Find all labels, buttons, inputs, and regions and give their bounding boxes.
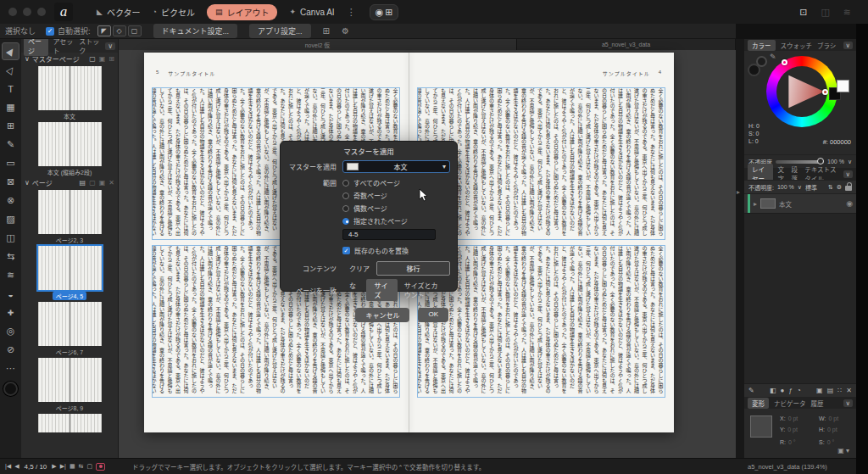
page-indicator[interactable]: 4,5 / 10 <box>25 463 47 471</box>
apps-grid-icon[interactable]: ⊞ <box>385 7 392 18</box>
page-mode-icon[interactable]: ▢ <box>128 25 142 36</box>
tab-stock[interactable]: ストック <box>79 39 100 55</box>
page-range-input[interactable] <box>342 229 436 240</box>
grid-view-icon[interactable]: ▦ <box>70 463 75 470</box>
pen-tool[interactable]: ✎ <box>2 136 19 153</box>
fill-tool[interactable]: ◒ <box>2 285 19 303</box>
color-sampler-secondary-icon[interactable] <box>756 56 767 67</box>
spread-pages-10[interactable] <box>21 414 118 432</box>
zoom-window-icon[interactable] <box>37 8 46 16</box>
tab-brushes[interactable]: ブラシ <box>817 41 836 50</box>
chevron-down-icon[interactable]: ∨ <box>798 184 802 191</box>
fx-icon[interactable]: ƒ <box>788 387 792 394</box>
content-migrate-button[interactable]: 移行 <box>376 261 450 276</box>
tone-marker[interactable] <box>822 89 828 95</box>
color-selector-well[interactable] <box>3 382 18 396</box>
last-spread-icon[interactable]: ▶| <box>60 463 66 470</box>
duplicate-master-icon[interactable]: ⊞ <box>108 55 114 63</box>
rotation-field[interactable]: 0 ° <box>788 439 796 445</box>
zoom-tool[interactable]: ⊘ <box>2 341 19 359</box>
color-picker-tool[interactable]: ✚ <box>2 304 19 321</box>
move-tool[interactable]: ▶ <box>2 42 19 60</box>
w-field[interactable]: 0 pt <box>828 415 838 421</box>
chevron-down-icon[interactable]: ∨ <box>848 159 852 165</box>
next-spread-icon[interactable]: ▶ <box>52 463 56 470</box>
radio-specified-pages[interactable] <box>342 218 349 225</box>
lasso-mode-icon[interactable]: ◇ <box>113 25 126 36</box>
anchor-point-selector[interactable]: ▣ ▾ <box>837 447 849 454</box>
x-field[interactable]: 0 pt <box>788 415 798 421</box>
opacity-slider-knob[interactable] <box>817 158 824 165</box>
opacity-value[interactable]: 100 % <box>827 159 844 165</box>
tab-swatches[interactable]: スウォッチ <box>781 41 813 50</box>
preferences-gear-icon[interactable]: ⚙ <box>342 26 349 36</box>
hex-value[interactable]: #: 000000 <box>823 138 851 146</box>
radio-even-pages[interactable] <box>342 205 349 212</box>
delete-page-icon[interactable]: ✕ <box>108 179 114 187</box>
duplicate-page-icon[interactable]: ▣ <box>99 179 106 187</box>
lock-icon[interactable] <box>845 186 852 191</box>
document-settings-button[interactable]: ドキュメント設定... <box>153 24 238 38</box>
picture-frame-rectangle-tool[interactable]: ⊠ <box>2 173 19 191</box>
shear-field[interactable]: 0 ° <box>827 439 835 445</box>
tab-history[interactable]: 履歴 <box>811 399 824 408</box>
match-size-count-button[interactable]: サイズとカウント <box>398 279 450 301</box>
panel-chevron-icon[interactable]: ∨ <box>105 42 115 50</box>
cancel-button[interactable]: キャンセル <box>355 308 409 322</box>
pattern-icon[interactable]: ∷ <box>837 387 842 394</box>
panel-chevron-icon[interactable]: ∨ <box>843 170 854 178</box>
more-tools-button[interactable]: ⋯ <box>2 360 19 377</box>
eyedropper-icon[interactable]: ✎ <box>770 53 776 61</box>
share-screen-icon[interactable]: ⊡ <box>799 7 807 18</box>
persona-canva-ai[interactable]: ✦ Canva AI <box>289 8 334 17</box>
place-image-tool[interactable]: ▨ <box>2 210 19 228</box>
node-tool[interactable]: ▷ <box>2 61 19 79</box>
sort-arrows-icon[interactable]: ⇅ <box>828 184 833 191</box>
add-master-icon[interactable]: ▣ <box>99 55 106 63</box>
canva-circle-icon[interactable]: ◉ <box>376 7 384 18</box>
duplicate-icon[interactable]: ▣ <box>816 387 823 394</box>
hue-marker[interactable] <box>782 59 787 65</box>
rectangle-tool[interactable]: ▭ <box>2 154 19 172</box>
panel-chevron-icon[interactable]: ∨ <box>843 42 854 49</box>
y-field[interactable]: 0 pt <box>787 427 798 432</box>
ok-button[interactable]: OK <box>418 308 448 322</box>
minimize-window-icon[interactable] <box>23 8 31 16</box>
document-tab-a5-novel[interactable]: a5_novel_v3_data <box>517 39 736 50</box>
master-spread-honbun[interactable]: 本文 <box>21 66 118 120</box>
pages-section-header[interactable]: ∨ ページ ▤ ▢ ▣ ✕ <box>21 176 118 188</box>
spread-pages-2-3[interactable]: ページ2, 3 <box>21 190 118 244</box>
h-field[interactable]: 0 pt <box>827 427 837 432</box>
content-clear-button[interactable]: クリア <box>342 262 376 275</box>
spread-pages-8-9[interactable]: ページ8, 9 <box>21 358 118 412</box>
panel-divider[interactable]: ▸ <box>736 39 744 458</box>
fill-swatch[interactable] <box>837 80 849 92</box>
more-icon[interactable]: ≋ <box>843 7 851 18</box>
tab-transform[interactable]: 変形 <box>748 398 769 409</box>
first-spread-icon[interactable]: |◀ <box>5 463 11 470</box>
radio-all-pages[interactable] <box>342 180 349 187</box>
persona-vector[interactable]: ◣ ベクター <box>97 6 141 19</box>
cursor-mode-icon[interactable]: ◤ <box>97 25 111 36</box>
layers-opacity-value[interactable]: 100 % <box>777 184 794 190</box>
app-settings-button[interactable]: アプリ設定... <box>249 24 311 38</box>
blend-mode-value[interactable]: 標準 <box>805 183 817 192</box>
layer-expand-chevron-icon[interactable]: ▸ <box>754 200 757 208</box>
sync-view-icon[interactable]: ⇆ <box>79 463 84 470</box>
window-icon[interactable]: ◫ <box>821 7 829 18</box>
master-spread-honbun-2dan[interactable]: 本文 (縦組み2段) <box>21 122 118 176</box>
frame-text-tool[interactable]: T <box>2 80 19 98</box>
persona-pixel[interactable]: ◔ ピクセル <box>153 6 195 19</box>
master-select-dropdown[interactable]: 本文 ▾ <box>342 160 450 173</box>
transform-tool[interactable]: ⇆ <box>2 248 19 265</box>
hand-tool[interactable]: ◎ <box>2 322 19 340</box>
group-icon[interactable]: ▤ <box>827 387 834 394</box>
persona-layout[interactable]: ▤ レイアウト <box>207 4 278 20</box>
mask-icon[interactable]: ◧ <box>770 387 776 394</box>
layer-visibility-icon[interactable]: ◉ <box>846 199 853 208</box>
snapping-icon[interactable]: ⊞ <box>323 26 330 36</box>
table-tool[interactable]: ▦ <box>2 98 19 116</box>
close-window-icon[interactable] <box>8 8 17 16</box>
document-tab-novel2[interactable]: novel2 仮 <box>119 39 517 50</box>
tab-color[interactable]: カラー <box>748 40 776 51</box>
